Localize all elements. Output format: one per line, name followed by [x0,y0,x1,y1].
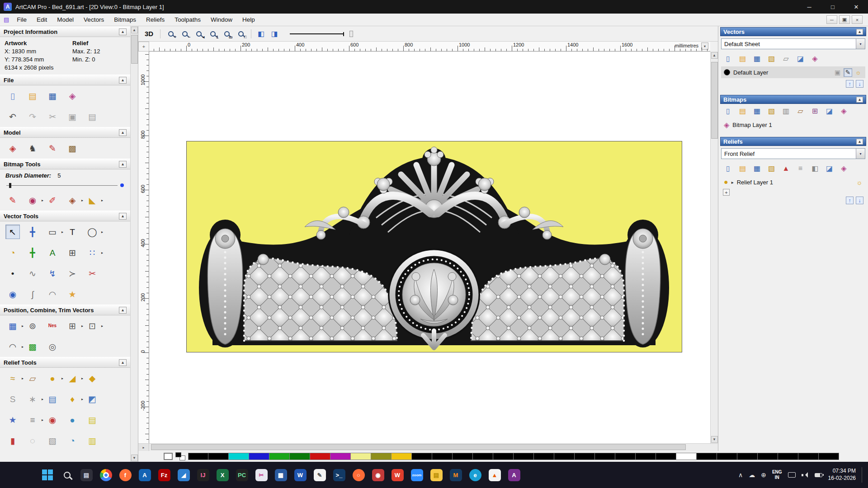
toggle-layer-visibility-icon[interactable]: ☼ [854,68,863,77]
import-bitmap-icon[interactable]: ▧ [766,106,777,116]
new-model-icon[interactable]: ▯ [5,89,20,103]
block-copy-icon[interactable]: ▦▸ [5,319,20,333]
weld-vectors-icon[interactable]: ▩ [25,339,40,354]
open-model-icon[interactable]: ▤ [25,89,40,103]
open-bitmap-file-icon[interactable]: ▤ [737,106,748,116]
palette-swatch[interactable] [717,453,737,460]
palette-swatch[interactable] [208,453,229,460]
powershell-icon[interactable]: >_ [332,468,346,482]
weave-wizard-icon[interactable]: ∗▸ [25,392,40,406]
save-relief-layer-icon[interactable]: ▦ [752,163,762,174]
import-relief-icon[interactable]: ▧ [766,163,777,174]
calculate-relief-icon[interactable]: ▲ [781,163,791,174]
create-grid-icon[interactable]: ⊞ [65,245,80,260]
cut-icon[interactable]: ✂ [45,109,60,124]
palette-swatch[interactable] [819,453,839,460]
horizontal-scrollbar[interactable] [149,444,718,451]
flyout-arrow-icon[interactable]: ▸ [22,376,24,380]
scroll-down-button[interactable]: ▼ [131,455,138,461]
fit-curve-icon[interactable]: ∿ [25,266,40,281]
offset-vectors-icon[interactable]: ◔ [5,245,20,260]
load-reference-image-icon[interactable]: ▩ [65,141,80,155]
palette-swatch[interactable] [392,453,412,460]
palette-swatch[interactable] [371,453,392,460]
slider-handle[interactable] [9,183,11,188]
save-bitmap-layer-icon[interactable]: ▦ [752,106,762,116]
menu-window[interactable]: Window [206,14,237,25]
chevron-down-icon[interactable]: ▾ [856,149,865,159]
nesting-icon[interactable]: Nes [45,319,60,333]
vertical-scrollbar[interactable]: ▲ ▼ [710,52,718,443]
vscode-icon[interactable]: ◢ [177,468,190,482]
primary-secondary-colours[interactable] [175,452,185,460]
menu-file[interactable]: File [12,14,32,25]
battery-icon[interactable] [815,473,822,477]
palette-swatch[interactable] [554,453,575,460]
paint-brush-icon[interactable]: ✎ [5,193,20,207]
palette-swatch[interactable] [575,453,595,460]
add-relief-layer-button[interactable]: + [723,189,730,196]
palette-swatch[interactable] [310,453,330,460]
relief-tool-e-icon[interactable]: ▥ [85,433,99,448]
lock-layer-icon[interactable]: ▣ [833,68,842,77]
palette-swatch[interactable] [798,453,819,460]
pycharm-icon[interactable]: PC [235,468,249,482]
delete-bitmap-layer-icon[interactable]: ◪ [824,106,835,116]
notepad-icon[interactable]: ✎ [313,468,326,482]
relief-selector[interactable]: Front Relief ▾ [721,148,865,159]
network-globe-icon[interactable]: ⊕ [761,471,766,479]
merge-bitmap-icon[interactable]: ⊞ [810,106,820,116]
palette-swatch[interactable] [737,453,758,460]
window-close-button[interactable]: ✕ [844,0,868,14]
collapse-section-button[interactable]: ▴ [119,161,127,168]
palette-swatch[interactable] [249,453,269,460]
select-vectors-icon[interactable]: ↖ [5,225,20,239]
brush-diameter-slider[interactable] [6,182,124,189]
clock[interactable]: 07:34 PM 16-02-2026 [828,468,856,482]
menu-edit[interactable]: Edit [32,14,52,25]
texture-relief-icon[interactable]: ★ [5,413,20,427]
fit-arc-icon[interactable]: ∫ [25,287,40,301]
document-minimize-button[interactable]: ─ [826,15,837,24]
edit-model-icon[interactable]: ✎ [45,141,60,155]
collapse-panel-button[interactable]: ▴ [856,139,863,145]
flyout-arrow-icon[interactable]: ▸ [42,397,43,401]
media-app-icon[interactable]: ◉ [371,468,385,482]
chevron-down-icon[interactable]: ▾ [856,39,865,49]
scroll-down-button[interactable]: ▼ [711,436,718,443]
scrollbar-thumb[interactable] [711,62,718,139]
import-vectors-icon[interactable]: ▧ [766,53,777,64]
convert-bitmap-icon[interactable]: ▥ [781,106,791,116]
circular-copy-icon[interactable]: ⊚ [25,319,40,333]
mirror-vectors-icon[interactable]: ◠▸ [5,339,20,354]
palette-swatch[interactable] [290,453,310,460]
export-vectors-icon[interactable]: ▱ [781,53,791,64]
menu-toolpaths[interactable]: Toolpaths [170,14,206,25]
access-icon[interactable]: A [507,468,521,482]
intellij-icon[interactable]: IJ [196,468,210,482]
word-icon[interactable]: W [293,468,307,482]
flyout-arrow-icon[interactable]: ▸ [42,198,43,202]
flyout-arrow-icon[interactable]: ▸ [42,418,43,422]
flyout-arrow-icon[interactable]: ▸ [61,230,63,234]
zoom-1to1-button[interactable]: 1 [207,28,219,40]
3d-view-button[interactable]: 3D [142,29,156,38]
chrome-icon[interactable] [99,468,113,482]
postman-icon[interactable]: ○ [352,468,365,482]
palette-swatch[interactable] [453,453,473,460]
layer-expander[interactable]: ▸ [731,180,734,185]
bitmap-layer-row[interactable]: ◈ Bitmap Layer 1 [721,119,865,131]
palette-swatch[interactable] [636,453,656,460]
flyout-arrow-icon[interactable]: ▸ [81,324,83,328]
window-minimize-button[interactable]: ─ [797,0,821,14]
wrap-vectors-icon[interactable]: ◎ [45,339,60,354]
refresh-view-icon[interactable]: ◨ [269,28,280,39]
transform-vectors-icon[interactable]: ╋ [25,225,40,239]
zoom-in-button[interactable]: + [165,28,177,40]
mirror-relief-icon[interactable]: ◧ [810,163,820,174]
document-close-button[interactable]: × [852,15,863,24]
node-editing-icon[interactable]: ↯ [45,266,60,281]
text-on-curve-icon[interactable]: A [45,245,60,260]
flyout-arrow-icon[interactable]: ▸ [81,198,83,202]
save-model-icon[interactable]: ▦ [45,89,60,103]
